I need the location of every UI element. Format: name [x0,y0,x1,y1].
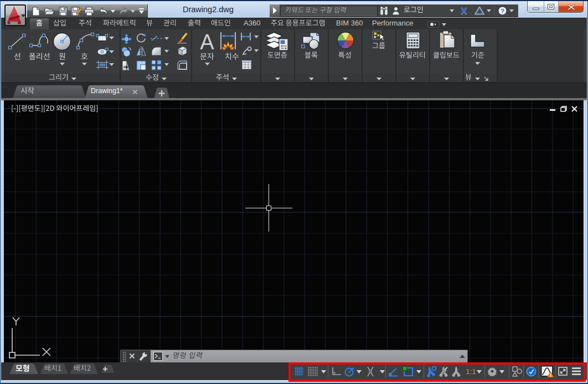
svg-text:X: X [461,6,467,16]
svg-text:A: A [200,30,214,52]
svg-text:?: ? [501,8,504,14]
